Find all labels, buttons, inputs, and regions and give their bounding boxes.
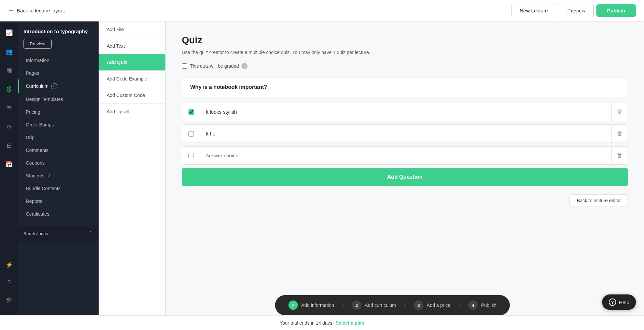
sidebar-item-label: Design Templates	[26, 97, 63, 102]
sidebar-item-curriculum[interactable]: Curriculum ○	[18, 79, 99, 93]
wizard-step-1-num: ✓	[288, 300, 298, 310]
sidebar-item-label: Curriculum	[26, 84, 49, 89]
sidebar-item-design-templates[interactable]: Design Templates	[18, 93, 99, 106]
preview-button[interactable]: Preview	[559, 4, 593, 17]
sidebar-item-label: Students	[26, 173, 44, 178]
answer-3-checkbox[interactable]	[189, 153, 194, 158]
lecture-nav: Add File Add Text Add Quiz Add Code Exam…	[99, 21, 166, 330]
sidebar-item-coupons[interactable]: Coupons	[18, 157, 99, 169]
trial-select-plan-link[interactable]: Select a plan	[336, 320, 365, 326]
calendar-icon[interactable]: 📅	[3, 158, 15, 170]
more-options-icon[interactable]: ⋮	[87, 230, 93, 237]
wizard-step-3[interactable]: 3 Add a price	[409, 299, 456, 311]
sidebar-item-pricing[interactable]: Pricing	[18, 106, 99, 118]
wizard-step-3-num: 3	[414, 300, 423, 310]
sidebar-item-label: Comments	[26, 148, 49, 153]
lightning-icon[interactable]: ⚡	[3, 259, 15, 271]
topbar: ← Back to lecture layout New Lecture Pre…	[0, 0, 644, 21]
answer-1-checkbox[interactable]	[189, 109, 194, 115]
trending-icon[interactable]: 📈	[3, 27, 15, 39]
wizard-step-4[interactable]: 4 Publish	[463, 299, 502, 311]
main-content: Quiz Use the quiz creator to create a mu…	[166, 21, 644, 330]
school-icon[interactable]: 🎓	[3, 294, 15, 306]
publish-button-top[interactable]: Publish	[596, 4, 636, 17]
sidebar-item-label: Certificates	[26, 211, 49, 217]
wizard-step-2-num: 2	[352, 300, 361, 310]
curriculum-badge: ○	[51, 83, 57, 89]
mail-icon[interactable]: ✉	[3, 102, 15, 114]
graded-label: This quiz will be graded	[190, 63, 239, 69]
wizard-bar: ✓ Add information › 2 Add curriculum › 3…	[275, 295, 510, 315]
answer-3-delete-button[interactable]: 🗑	[611, 147, 628, 164]
sidebar-header: Introduction to typography Preview	[18, 21, 99, 51]
sidebar-item-students[interactable]: Students ↗	[18, 169, 99, 182]
sidebar-item-label: Bundle Contents	[26, 186, 61, 191]
blocks-icon[interactable]: ⊞	[3, 140, 15, 152]
user-name-bar: Sarah Jonas ⋮	[18, 226, 99, 241]
trial-bar: Your trial ends in 14 days. Select a pla…	[0, 315, 644, 330]
wizard-step-2-label: Add curriculum	[365, 302, 396, 308]
users-icon[interactable]: 👥	[3, 46, 15, 58]
sidebar-item-pages[interactable]: Pages	[18, 67, 99, 79]
question-text: Why is a notebook important?	[190, 84, 267, 90]
sidebar-item-comments[interactable]: Comments	[18, 144, 99, 157]
quiz-title: Quiz	[182, 35, 628, 46]
lecture-nav-add-quiz[interactable]: Add Quiz	[99, 54, 165, 71]
wizard-step-4-label: Publish	[481, 302, 496, 308]
wizard-step-1-label: Add information	[301, 302, 334, 308]
back-to-lecture-layout-link[interactable]: Back to lecture layout	[17, 8, 65, 13]
graded-checkbox[interactable]	[182, 63, 187, 69]
help-circle-icon: ?	[609, 298, 616, 306]
lecture-nav-add-upsell[interactable]: Add Upsell	[99, 104, 165, 120]
sidebar-course-title: Introduction to typography	[23, 28, 93, 35]
sidebar-item-order-bumps[interactable]: Order Bumps	[18, 118, 99, 131]
answer-3-checkbox-cell	[182, 148, 200, 164]
sidebar-item-label: Order Bumps	[26, 122, 54, 127]
answer-row-1: 🗑	[182, 103, 628, 121]
new-lecture-button[interactable]: New Lecture	[511, 4, 556, 17]
sidebar-item-label: Reports	[26, 199, 42, 204]
answer-2-checkbox[interactable]	[189, 131, 194, 136]
app-body: 📈 👥 ▦ 💲 ✉ ⚙ ⊞ 📅 ⚡ ? 🎓 Introduction to ty…	[0, 21, 644, 330]
wizard-sep-2: ›	[403, 302, 407, 308]
add-question-button[interactable]: Add Question	[182, 168, 628, 186]
sidebar-preview-button[interactable]: Preview	[23, 39, 52, 49]
answer-1-input[interactable]	[200, 104, 611, 120]
dashboard-icon[interactable]: ▦	[3, 64, 15, 76]
sidebar-item-certificates[interactable]: Certificates	[18, 208, 99, 220]
lecture-nav-add-file[interactable]: Add File	[99, 21, 165, 38]
settings-icon[interactable]: ⚙	[3, 121, 15, 133]
help-tooltip-icon[interactable]: ?	[241, 63, 248, 69]
lecture-nav-add-code-example[interactable]: Add Code Example	[99, 71, 165, 87]
wizard-step-4-num: 4	[468, 300, 478, 310]
wizard-step-1[interactable]: ✓ Add information	[283, 299, 339, 311]
lecture-nav-add-text[interactable]: Add Text	[99, 38, 165, 54]
wizard-step-3-label: Add a price	[427, 302, 450, 308]
trial-text: Your trial ends in 14 days.	[280, 320, 334, 326]
help-circle-icon[interactable]: ?	[3, 276, 15, 288]
external-link-icon: ↗	[48, 173, 51, 178]
dollar-icon[interactable]: 💲	[3, 83, 15, 95]
sidebar-item-information[interactable]: Information	[18, 54, 99, 67]
sidebar-item-bundle-contents[interactable]: Bundle Contents	[18, 182, 99, 195]
lecture-nav-add-custom-code[interactable]: Add Custom Code	[99, 87, 165, 104]
answer-2-delete-button[interactable]: 🗑	[611, 125, 628, 143]
answer-1-delete-button[interactable]: 🗑	[611, 103, 628, 121]
back-to-lecture-editor-button[interactable]: Back to lecture editor	[570, 194, 628, 207]
sidebar-item-label: Pages	[26, 70, 39, 76]
back-arrow-icon[interactable]: ←	[8, 7, 14, 14]
topbar-right: New Lecture Preview Publish	[511, 4, 636, 17]
icon-sidebar: 📈 👥 ▦ 💲 ✉ ⚙ ⊞ 📅 ⚡ ? 🎓	[0, 21, 18, 330]
sidebar-item-label: Pricing	[26, 109, 40, 115]
sidebar-item-reports[interactable]: Reports	[18, 195, 99, 208]
answer-2-input[interactable]	[200, 125, 611, 142]
answer-1-checkbox-cell	[182, 104, 200, 120]
sidebar-item-label: Drip	[26, 135, 35, 140]
quiz-description: Use the quiz creator to create a multipl…	[182, 50, 628, 55]
sidebar-item-drip[interactable]: Drip	[18, 131, 99, 144]
wizard-step-2[interactable]: 2 Add curriculum	[346, 299, 401, 311]
wizard-sep-1: ›	[341, 302, 345, 308]
answer-3-input[interactable]	[200, 147, 611, 164]
sidebar-item-label: Coupons	[26, 160, 45, 166]
help-button[interactable]: ? Help	[602, 294, 636, 310]
